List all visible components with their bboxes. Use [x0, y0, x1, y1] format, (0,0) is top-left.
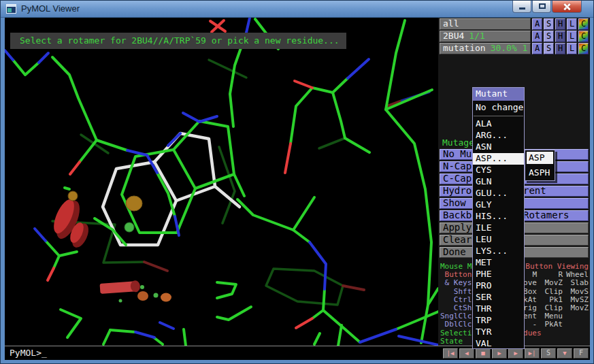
- menu-item-no-change[interactable]: No change: [473, 101, 524, 114]
- submenu-item[interactable]: ASPH: [527, 167, 553, 179]
- menu-item[interactable]: TRP: [473, 315, 524, 327]
- step-forward-button[interactable]: ▶: [508, 348, 523, 359]
- action-button[interactable]: A: [532, 18, 542, 30]
- object-row-all: all A S H L C: [440, 18, 589, 30]
- minimize-icon: [519, 7, 525, 10]
- main-content: Select a rotamer for 2BU4//A/TRP`59 or p…: [5, 18, 590, 360]
- menu-item[interactable]: GLN: [473, 176, 524, 188]
- hide-button[interactable]: H: [555, 43, 565, 54]
- label-button[interactable]: L: [567, 18, 577, 30]
- wizard-message: Select a rotamer for 2BU4//A/TRP`59 or p…: [10, 33, 346, 49]
- hide-button[interactable]: H: [555, 31, 565, 42]
- menu-item[interactable]: VAL: [473, 338, 524, 350]
- close-button[interactable]: [552, 1, 582, 13]
- object-row-mutation: mutation30.0% 1 A S H L C: [440, 43, 589, 54]
- submenu-item[interactable]: ASP: [527, 152, 553, 164]
- menu-item[interactable]: ARG...: [473, 130, 524, 142]
- object-name-button[interactable]: mutation30.0% 1: [440, 43, 531, 54]
- clash-x-icon: [210, 20, 225, 32]
- object-row-2bu4: 2BU41/1 A S H L C: [440, 31, 589, 42]
- app-icon: [6, 4, 16, 14]
- pymol-window: PyMOL Viewer: [0, 0, 594, 364]
- mutant-menu-title: Mutant: [473, 88, 524, 101]
- title-bar[interactable]: PyMOL Viewer: [1, 1, 593, 18]
- menu-item[interactable]: TYR: [473, 327, 524, 338]
- maximize-button[interactable]: [532, 1, 551, 13]
- label-button[interactable]: L: [567, 43, 577, 54]
- menu-item[interactable]: ALA: [473, 118, 524, 130]
- menu-item[interactable]: THR: [473, 303, 524, 315]
- viewport-3d[interactable]: Select a rotamer for 2BU4//A/TRP`59 or p…: [5, 18, 438, 346]
- playback-controls: |◀ ◀ ■ ▶ ▶ ▶| S ▼ F: [443, 348, 589, 359]
- down-button[interactable]: ▼: [557, 348, 572, 359]
- color-button[interactable]: C: [578, 18, 589, 30]
- scene-button[interactable]: S: [541, 348, 556, 359]
- rewind-button[interactable]: |◀: [443, 348, 458, 359]
- molecule-canvas[interactable]: [5, 18, 438, 346]
- stop-button[interactable]: ■: [476, 348, 491, 359]
- hide-button[interactable]: H: [555, 18, 565, 30]
- show-button[interactable]: S: [544, 43, 554, 54]
- show-button[interactable]: S: [544, 31, 554, 42]
- maximize-icon: [539, 3, 546, 9]
- action-button[interactable]: A: [532, 31, 542, 42]
- close-icon: [563, 3, 571, 11]
- menu-item[interactable]: GLY: [473, 199, 524, 211]
- label-button[interactable]: L: [567, 31, 577, 42]
- menu-item[interactable]: PHE: [473, 269, 524, 280]
- clash-discs: [50, 191, 171, 303]
- asp-submenu: ASP ASPH: [525, 150, 555, 181]
- menu-item[interactable]: LEU: [473, 234, 524, 246]
- end-button[interactable]: ▶|: [525, 348, 540, 359]
- menu-item[interactable]: ASN: [473, 142, 524, 153]
- menu-item[interactable]: LYS...: [473, 246, 524, 257]
- minimize-button[interactable]: [512, 1, 531, 13]
- object-name-button[interactable]: 2BU41/1: [440, 31, 531, 42]
- menu-item[interactable]: HIS...: [473, 211, 524, 222]
- menu-item[interactable]: CYS: [473, 165, 524, 176]
- menu-item[interactable]: PRO: [473, 280, 524, 292]
- menu-item[interactable]: MET: [473, 257, 524, 269]
- menu-item[interactable]: SER: [473, 292, 524, 303]
- menu-separator: [474, 116, 523, 116]
- step-back-button[interactable]: ◀: [459, 348, 474, 359]
- menu-item[interactable]: ILE: [473, 222, 524, 234]
- fullscreen-button[interactable]: F: [574, 348, 589, 359]
- menu-item[interactable]: ASP...: [473, 153, 524, 165]
- action-button[interactable]: A: [532, 43, 542, 54]
- molecule-sticks: [5, 18, 438, 346]
- color-button[interactable]: C: [578, 31, 589, 42]
- color-button[interactable]: C: [578, 43, 589, 54]
- menu-item[interactable]: GLU...: [473, 188, 524, 199]
- state-label: State: [440, 337, 463, 346]
- menu-item-list: ALA ARG... ASN ASP... CYS GLN GLU... GLY…: [473, 118, 524, 350]
- object-name-button[interactable]: all: [440, 18, 531, 30]
- window-title: PyMOL Viewer: [21, 3, 80, 14]
- show-button[interactable]: S: [544, 18, 554, 30]
- mutant-menu: Mutant No change ALA ARG... ASN ASP... C…: [472, 87, 525, 349]
- play-button[interactable]: ▶: [492, 348, 507, 359]
